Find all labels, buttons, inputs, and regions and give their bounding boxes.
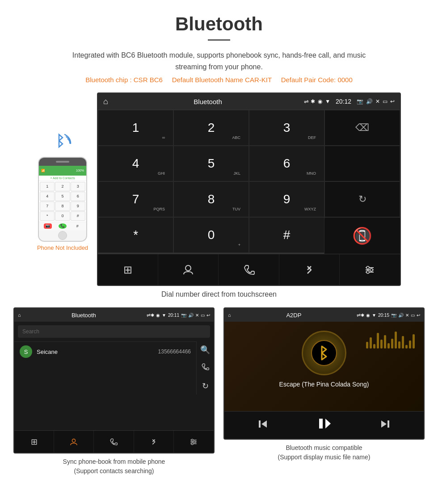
- dial-key-8[interactable]: 8 TUV: [173, 181, 249, 217]
- phone-status: 📶: [41, 169, 76, 172]
- settings-icon: [364, 264, 375, 276]
- music-cam-icon: 📷: [391, 313, 396, 318]
- contacts-icon: [182, 264, 194, 276]
- description-text: Integrated with BC6 Bluetooth module, su…: [63, 50, 375, 72]
- eq-bar-1: [366, 342, 368, 349]
- dial-key-0-sub: +: [238, 243, 240, 247]
- location-icon: ◉: [318, 98, 322, 105]
- contacts-caption: Sync phone-book from mobile phone (Suppo…: [13, 457, 215, 476]
- dial-key-6[interactable]: 6 MNO: [249, 146, 324, 181]
- dial-key-4[interactable]: 4 GHI: [98, 146, 173, 181]
- contacts-bottom-bar: ⊞: [14, 430, 214, 453]
- bottom-bt-btn[interactable]: [279, 254, 340, 285]
- music-time: 20:15: [378, 313, 389, 318]
- phone-key-1: 1: [40, 182, 55, 191]
- dial-key-2[interactable]: 2 ABC: [173, 110, 249, 146]
- phone-key-star: *: [40, 211, 55, 221]
- call-contact-icon[interactable]: [200, 363, 210, 373]
- next-btn[interactable]: [379, 418, 391, 433]
- search-icon[interactable]: 🔍: [200, 345, 210, 355]
- bt-waves-icon: [45, 128, 80, 155]
- dial-key-star[interactable]: *: [98, 217, 173, 253]
- dial-key-5-sub: JKL: [234, 171, 241, 176]
- phone-key-0: 0: [55, 211, 70, 221]
- bottom-bar: ⊞: [98, 254, 400, 285]
- contacts-bt-icon: [150, 437, 157, 446]
- contacts-bottom-icon: [69, 437, 78, 446]
- phone-top-bar: [39, 158, 86, 166]
- dial-delete-btn[interactable]: ⌫: [324, 110, 400, 146]
- eq-bar-7: [387, 343, 390, 349]
- dial-key-hash[interactable]: #: [249, 217, 324, 253]
- spec-name: Default Bluetooth Name CAR-KIT: [172, 76, 272, 84]
- dial-key-7[interactable]: 7 PQRS: [98, 181, 173, 217]
- contacts-status-icons: ✱ ◉ ▼ 20:11 📷 🔊 ✕ ▭ ↩: [151, 313, 210, 318]
- svg-point-12: [194, 441, 196, 443]
- volume-icon: 🔊: [366, 98, 373, 105]
- right-icons-col: 🔍 ↻: [196, 341, 214, 395]
- dial-key-6-sub: MNO: [307, 171, 316, 176]
- music-usb-icon: ⇌: [357, 312, 361, 318]
- dial-key-1-sub: ∞: [162, 135, 165, 140]
- dial-empty-1: [324, 146, 400, 181]
- page-title: Bluetooth: [0, 0, 438, 39]
- dial-key-5[interactable]: 5 JKL: [173, 146, 249, 181]
- music-status-icons: ✱ ◉ ▼ 20:15 📷 🔊 ✕ ▭ ↩: [361, 313, 420, 318]
- dial-end-call-btn[interactable]: 📵: [324, 218, 400, 254]
- contacts-caption-line1: Sync phone-book from mobile phone: [63, 458, 165, 465]
- phone-key-9: 9: [71, 202, 85, 211]
- bluetooth-icon: [304, 264, 315, 276]
- eq-bar-2: [370, 337, 372, 349]
- eq-bar-6: [384, 335, 386, 349]
- phone-key-2: 2: [55, 182, 70, 191]
- dial-key-0[interactable]: 0 +: [173, 217, 249, 253]
- main-screen-section: 📶 100% + Add to Contacts 1 2 3 4 5 6 7 8…: [0, 92, 438, 286]
- phone-illustration: 📶 100% + Add to Contacts 1 2 3 4 5 6 7 8…: [37, 128, 88, 251]
- svg-rect-17: [319, 419, 323, 428]
- bottom-dialpad-btn[interactable]: ⊞: [98, 254, 158, 285]
- search-bar[interactable]: Search: [18, 325, 210, 338]
- back-icon: ↩: [390, 98, 395, 105]
- refresh-contacts-icon[interactable]: ↻: [200, 381, 210, 391]
- svg-point-14: [312, 340, 337, 365]
- phone-screen: 📶 100% + Add to Contacts 1 2 3 4 5 6 7 8…: [39, 166, 86, 230]
- contacts-car-screen: ⌂ Bluetooth ⇌ ✱ ◉ ▼ 20:11 📷 🔊 ✕ ▭ ↩: [13, 307, 215, 454]
- phone-carrier: 100%: [76, 169, 84, 172]
- bottom-contacts-btn[interactable]: [158, 254, 219, 285]
- status-icons: ✱ ◉ ▼ 20:12 📷 🔊 ✕ ▭ ↩: [311, 98, 395, 105]
- music-screen-title: A2DP: [231, 312, 357, 319]
- screen-title: Bluetooth: [112, 98, 304, 105]
- contacts-bottom-phone[interactable]: [94, 431, 134, 453]
- contact-name: Seicane: [37, 349, 158, 355]
- play-pause-btn[interactable]: [316, 416, 332, 434]
- music-home-icon: ⌂: [228, 312, 231, 318]
- contacts-loc-icon: ◉: [156, 313, 160, 318]
- dial-key-8-sub: TUV: [232, 207, 240, 211]
- contacts-bottom-bt[interactable]: [134, 431, 174, 453]
- dial-key-9[interactable]: 9 WXYZ: [249, 181, 324, 217]
- window-icon: ▭: [383, 98, 387, 105]
- phone-call-btn: 📞: [59, 223, 67, 229]
- dial-key-9-sub: WXYZ: [304, 207, 316, 211]
- bottom-phone-btn[interactable]: [219, 254, 279, 285]
- contacts-bottom-settings[interactable]: [174, 431, 214, 453]
- dial-key-3[interactable]: 3 DEF: [249, 110, 324, 146]
- phone-key-6: 6: [71, 192, 85, 201]
- spec-pair: Default Pair Code: 0000: [281, 76, 353, 84]
- phone-right-icon: [201, 363, 209, 371]
- dial-key-1[interactable]: 1 ∞: [98, 110, 173, 146]
- phone-key-4: 4: [40, 192, 55, 201]
- eq-bar-8: [391, 339, 393, 349]
- phone-image: 📶 100% + Add to Contacts 1 2 3 4 5 6 7 8…: [38, 157, 87, 242]
- clock: 20:12: [336, 98, 351, 105]
- prev-btn[interactable]: [257, 418, 270, 433]
- phone-home-button: [58, 231, 67, 240]
- bottom-settings-btn[interactable]: [340, 254, 400, 285]
- music-caption: Bluetooth music compatible (Support disp…: [223, 443, 425, 462]
- dial-refresh-btn[interactable]: ↻: [324, 181, 400, 217]
- contacts-bottom-dialpad[interactable]: ⊞: [14, 431, 54, 453]
- eq-bars: [366, 331, 415, 349]
- bt-waves-container: [45, 128, 80, 155]
- contacts-bottom-contacts[interactable]: [54, 431, 94, 453]
- prev-icon: [257, 418, 270, 430]
